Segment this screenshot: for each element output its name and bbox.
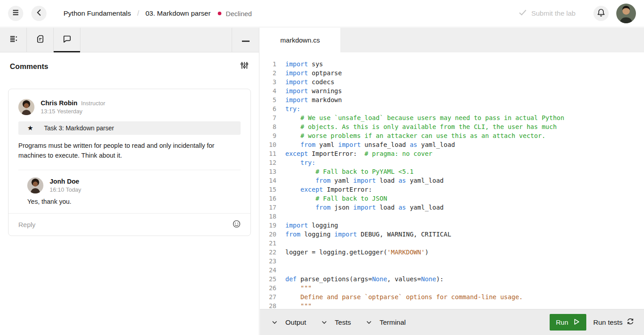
code-area[interactable]: 1import sys2import optparse3import codec… <box>260 52 644 309</box>
comments-title: Comments <box>10 62 48 71</box>
line-number: 14 <box>260 176 276 185</box>
line-number: 9 <box>260 131 276 140</box>
code-line: 17 from json import load as yaml_load <box>260 203 644 212</box>
code-line: 1import sys <box>260 60 644 69</box>
code-line: 10 from yaml import unsafe_load as yaml_… <box>260 140 644 149</box>
run-tests-label: Run tests <box>593 318 623 326</box>
reply-author-name: Jonh Doe <box>50 178 79 185</box>
tab-comments[interactable] <box>54 28 80 52</box>
code-line: 22logger = logging.getLogger('MARKDOWN') <box>260 248 644 257</box>
minimize-icon <box>242 36 250 44</box>
code-line: 24 <box>260 266 644 275</box>
hamburger-menu-button[interactable] <box>8 6 23 21</box>
reply-input-row <box>8 213 250 236</box>
notifications-button[interactable] <box>593 6 609 21</box>
line-number: 15 <box>260 185 276 194</box>
back-button[interactable] <box>31 6 47 21</box>
code-line: 14 from yaml import load as yaml_load <box>260 176 644 185</box>
comment-timestamp: 13:15 Yesterday <box>41 108 105 115</box>
code-line: 5import markdown <box>260 95 644 104</box>
user-avatar[interactable] <box>616 4 636 23</box>
line-number: 17 <box>260 203 276 212</box>
tab-document[interactable] <box>27 28 54 52</box>
tabstrip-spacer <box>80 28 232 52</box>
run-tests-button[interactable]: Run tests <box>593 318 634 327</box>
comment-author-row: Chris Robin Instructor 13:15 Yesterday <box>18 99 241 115</box>
code-line: 27 Define and parse `optparse` options f… <box>260 292 644 301</box>
line-number: 26 <box>260 283 276 292</box>
comments-header: Comments <box>0 52 259 80</box>
line-number: 7 <box>260 113 276 122</box>
line-number: 2 <box>260 69 276 77</box>
code-line: 23 <box>260 257 644 266</box>
code-line: 11except ImportError: # pragma: no cover <box>260 149 644 158</box>
hamburger-icon <box>12 9 19 17</box>
comments-filter-button[interactable] <box>241 61 248 71</box>
code-line: 6try: <box>260 104 644 113</box>
code-line: 15 except ImportError: <box>260 185 644 194</box>
chevron-down-icon <box>366 321 376 324</box>
outline-icon <box>9 34 18 45</box>
line-number: 21 <box>260 239 276 248</box>
chevron-left-icon <box>37 9 41 18</box>
line-number: 28 <box>260 301 276 309</box>
panel-toggle-output[interactable]: Output <box>272 318 306 326</box>
editor-tabbar: markdown.cs <box>260 28 644 52</box>
top-bar: Python Fundamentals / 03. Markdown parse… <box>0 0 644 27</box>
line-number: 13 <box>260 167 276 176</box>
status-badge: Declined <box>218 10 252 17</box>
submit-lab-label: Submit the lab <box>531 9 576 17</box>
smiley-icon <box>233 220 241 230</box>
instructor-avatar <box>18 99 34 115</box>
chevron-down-icon <box>272 321 281 324</box>
reply-text: Yes, thank you. <box>27 198 241 205</box>
reply-comment: Jonh Doe 16:10 Today Yes, thank you. <box>18 177 241 205</box>
line-number: 16 <box>260 194 276 203</box>
code-line: 20from logging import DEBUG, WARNING, CR… <box>260 230 644 239</box>
line-number: 19 <box>260 221 276 230</box>
task-reference[interactable]: ★ Task 3: Markdown parser <box>18 121 241 135</box>
panel-toggle-terminal[interactable]: Terminal <box>366 318 406 326</box>
code-line: 3import codecs <box>260 77 644 86</box>
collapse-panel-button[interactable] <box>232 28 259 52</box>
code-line: 26 """ <box>260 283 644 292</box>
panel-toggle-label: Tests <box>335 318 351 326</box>
star-icon: ★ <box>27 124 33 132</box>
breadcrumb-lesson[interactable]: 03. Markdown parser <box>145 9 211 17</box>
run-button[interactable]: Run <box>550 314 586 331</box>
code-line: 2import optparse <box>260 69 644 77</box>
reply-timestamp: 16:10 Today <box>50 186 81 193</box>
emoji-picker-button[interactable] <box>233 220 241 230</box>
code-line: 9 # worse problems if an attacker can us… <box>260 131 644 140</box>
line-number: 22 <box>260 248 276 257</box>
status-dot <box>218 12 221 15</box>
document-icon <box>36 34 45 45</box>
line-number: 6 <box>260 104 276 113</box>
line-number: 25 <box>260 275 276 283</box>
line-number: 27 <box>260 292 276 301</box>
comment-author-role: Instructor <box>81 100 105 107</box>
chevron-down-icon <box>322 321 331 324</box>
filter-sliders-icon <box>241 61 248 71</box>
code-line: 7 # We use `unsafe_load` because users m… <box>260 113 644 122</box>
sidebar: Comments Chris Robin Instructor 13:15 Ye… <box>0 28 259 335</box>
breadcrumb-course[interactable]: Python Fundamentals <box>64 9 131 17</box>
line-number: 11 <box>260 149 276 158</box>
comment-icon <box>62 34 72 45</box>
play-icon <box>568 318 580 327</box>
tab-outline[interactable] <box>0 28 27 52</box>
panel-toggle-tests[interactable]: Tests <box>322 318 351 326</box>
panel-toggles: OutputTestsTerminal <box>272 318 421 326</box>
code-line: 25def parse_options(args=None, values=No… <box>260 275 644 283</box>
bell-icon <box>597 9 605 19</box>
code-line: 19import logging <box>260 221 644 230</box>
code-line: 18 <box>260 212 644 221</box>
comment-author-name: Chris Robin <box>41 99 77 107</box>
comment-divider <box>18 170 241 170</box>
file-tab-markdown-cs[interactable]: markdown.cs <box>260 28 340 52</box>
code-line: 21 <box>260 239 644 248</box>
reply-input[interactable] <box>18 221 228 228</box>
reply-author-avatar <box>27 177 43 193</box>
comment-body: Programs must be written for people to r… <box>18 141 241 160</box>
submit-lab-button[interactable]: Submit the lab <box>519 9 576 17</box>
